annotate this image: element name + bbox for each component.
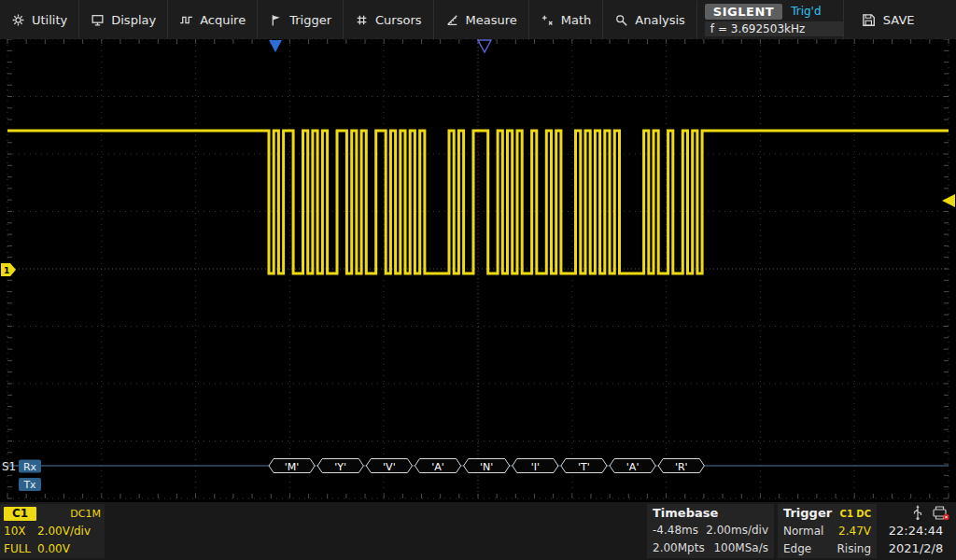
decode-bubble: 'I': [513, 459, 558, 473]
timebase-delay: -4.48ms: [653, 522, 698, 539]
status-cluster: SIGLENT Trig'd f = 3.692503kHz: [696, 1, 843, 38]
menu-label: Display: [111, 13, 156, 27]
trigger-status: Trig'd: [791, 5, 821, 18]
save-label: SAVE: [883, 13, 915, 27]
trigger-slope: Rising: [837, 540, 871, 558]
trigger-panel[interactable]: Trigger C1 DC Normal 2.47V Edge Rising: [778, 504, 877, 558]
channel1-offset: 0.00V: [37, 540, 70, 558]
save-icon: [861, 12, 876, 27]
menu-label: Analysis: [635, 13, 685, 27]
decode-rx-badge[interactable]: Rx: [19, 460, 41, 473]
decode-char: 'R': [675, 461, 688, 473]
analysis-icon: [614, 13, 628, 27]
usb-icon: [911, 505, 924, 521]
gear-icon: [11, 13, 25, 27]
timebase-sample-rate: 100MSa/s: [713, 539, 768, 557]
decode-char: 'A': [431, 461, 444, 473]
svg-text:Tx: Tx: [22, 479, 36, 491]
decode-bubble: 'Y': [317, 459, 363, 473]
decode-bubble: 'T': [561, 459, 607, 473]
menu-label: Cursors: [375, 13, 422, 27]
menu-acquire[interactable]: Acquire: [167, 0, 257, 39]
cursors-icon: [355, 13, 369, 27]
horizontal-reference-marker: [478, 40, 491, 52]
decode-bubble: 'R': [658, 459, 704, 473]
menu-utility[interactable]: Utility: [0, 0, 78, 39]
channel1-probe: 10X: [4, 523, 37, 540]
clock-panel: 22:24:44 2021/2/8: [877, 504, 955, 558]
decode-bus-label: S1: [2, 460, 16, 473]
trigger-mode: Normal: [783, 523, 823, 540]
channel1-scale: 2.00V/div: [37, 523, 91, 540]
math-icon: [541, 13, 555, 27]
decode-char: 'I': [531, 461, 540, 473]
decode-bubble: 'V': [366, 459, 412, 473]
menu-cursors[interactable]: Cursors: [343, 0, 433, 39]
decode-bubble: 'A': [415, 459, 460, 473]
display-icon: [91, 13, 105, 27]
decode-char: 'N': [480, 461, 493, 473]
channel1-offset-marker[interactable]: 1: [1, 263, 16, 276]
brand-logo: SIGLENT: [705, 4, 782, 20]
timebase-scale: 2.00ms/div: [706, 522, 768, 539]
menu-label: Acquire: [200, 13, 246, 27]
menu-label: Math: [561, 13, 592, 27]
decode-bubble: 'N': [464, 459, 510, 473]
decode-char: 'T': [578, 461, 590, 473]
decode-char: 'V': [383, 461, 396, 473]
trigger-type: Edge: [783, 540, 811, 558]
top-menu-bar: Utility Display Acquire Trigger: [0, 0, 956, 39]
svg-text:1: 1: [4, 266, 9, 275]
graticule: [7, 39, 949, 498]
frequency-readout: f = 3.692503kHz: [705, 21, 843, 36]
measure-icon: [445, 13, 459, 27]
channel1-bandwidth: FULL: [4, 540, 37, 558]
decode-bubble: 'M': [269, 459, 315, 473]
decode-tx-badge[interactable]: Tx: [19, 478, 41, 491]
decode-char: 'M': [285, 461, 300, 473]
clock-date: 2021/2/8: [877, 539, 955, 557]
menu-math[interactable]: Math: [528, 0, 603, 39]
menu-trigger[interactable]: Trigger: [257, 0, 343, 39]
decode-char: 'Y': [334, 461, 346, 473]
acquire-icon: [179, 13, 193, 27]
menu-label: Trigger: [289, 13, 331, 27]
trigger-level: 2.47V: [838, 523, 871, 540]
decode-char: 'A': [626, 461, 640, 473]
bottom-status-bar: C1 DC1M 10X 2.00V/div FULL 0.00V Timebas…: [0, 502, 956, 560]
channel1-panel[interactable]: C1 DC1M 10X 2.00V/div FULL 0.00V: [0, 504, 105, 558]
printer-icon: [933, 505, 949, 521]
menu-measure[interactable]: Measure: [433, 0, 528, 39]
menu-label: Measure: [466, 13, 517, 27]
oscilloscope-screen: Utility Display Acquire Trigger: [0, 0, 956, 560]
menu-analysis[interactable]: Analysis: [602, 0, 696, 39]
trigger-source: C1 DC: [840, 506, 871, 523]
menu-display[interactable]: Display: [78, 0, 167, 39]
timebase-memory: 2.00Mpts: [653, 539, 705, 557]
timebase-panel[interactable]: Timebase -4.48ms 2.00ms/div 2.00Mpts 100…: [647, 504, 774, 558]
menu-label: Utility: [32, 13, 67, 27]
channel1-badge[interactable]: C1: [4, 507, 36, 521]
decode-bubble: 'A': [610, 459, 655, 473]
save-button[interactable]: SAVE: [843, 0, 956, 39]
trigger-title: Trigger: [783, 505, 832, 522]
timebase-title: Timebase: [653, 505, 718, 522]
channel1-coupling: DC1M: [70, 505, 101, 523]
waveform-display[interactable]: 1S1RxTx'M''Y''V''A''N''I''T''A''R': [0, 39, 956, 502]
svg-text:Rx: Rx: [23, 461, 37, 473]
clock-time: 22:24:44: [877, 522, 955, 539]
trigger-flag-icon: [269, 13, 283, 27]
trigger-position-marker[interactable]: [269, 40, 282, 52]
